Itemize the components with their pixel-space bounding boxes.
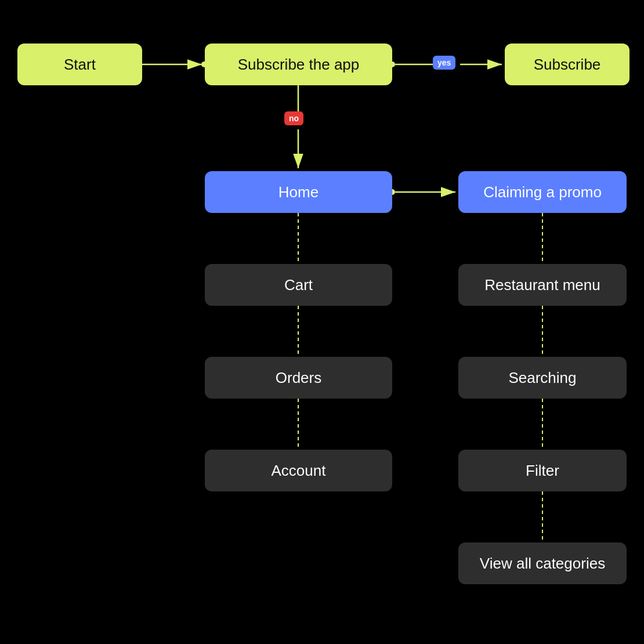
view-all-categories-label: View all categories [480, 555, 605, 573]
subscribe-question-node: Subscribe the app [205, 44, 392, 85]
orders-label: Orders [276, 369, 321, 387]
start-node: Start [17, 44, 142, 85]
searching-node: Searching [458, 357, 627, 399]
home-label: Home [278, 183, 319, 201]
yes-badge-label: yes [437, 58, 451, 67]
yes-badge: yes [433, 56, 455, 70]
orders-node: Orders [205, 357, 392, 399]
restaurant-menu-node: Restaurant menu [458, 264, 627, 306]
subscribe-node: Subscribe [505, 44, 629, 85]
cart-node: Cart [205, 264, 392, 306]
claiming-promo-node: Claiming a promo [458, 171, 627, 213]
subscribe-question-label: Subscribe the app [238, 56, 360, 74]
subscribe-label: Subscribe [534, 56, 601, 74]
filter-node: Filter [458, 450, 627, 491]
cart-label: Cart [284, 276, 313, 294]
view-all-categories-node: View all categories [458, 542, 627, 584]
restaurant-menu-label: Restaurant menu [484, 276, 600, 294]
account-node: Account [205, 450, 392, 491]
searching-label: Searching [508, 369, 576, 387]
start-label: Start [64, 56, 96, 74]
flowchart-diagram: Start Subscribe the app Subscribe Home C… [0, 0, 644, 644]
claiming-promo-label: Claiming a promo [483, 183, 602, 201]
no-badge: no [284, 111, 303, 125]
filter-label: Filter [526, 462, 559, 480]
account-label: Account [272, 462, 326, 480]
no-badge-label: no [289, 114, 299, 123]
home-node: Home [205, 171, 392, 213]
